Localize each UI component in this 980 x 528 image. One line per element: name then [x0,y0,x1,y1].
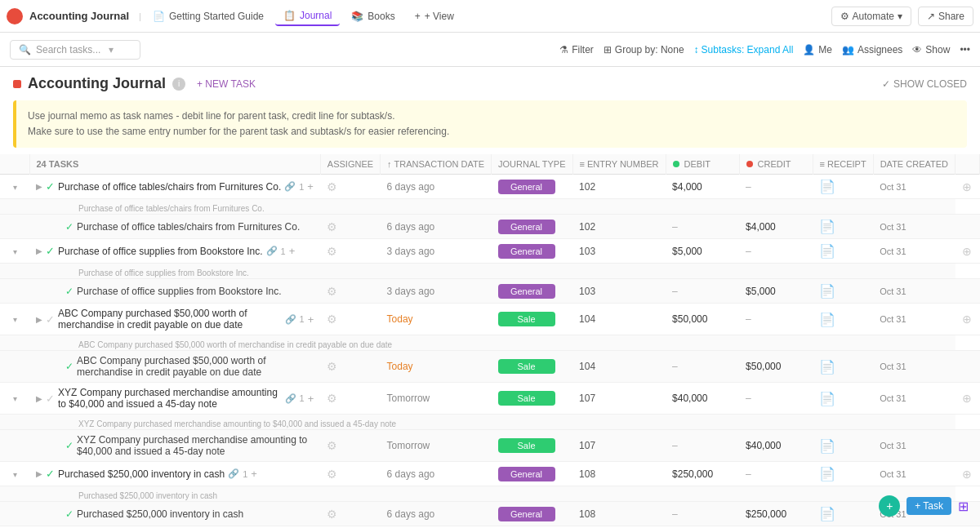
th-receipt[interactable]: ≡ RECEIPT [813,154,873,175]
subtask-check-icon[interactable]: ✓ [65,361,74,372]
grid-view-button[interactable]: ⊞ [958,499,969,514]
check-icon[interactable]: ✓ [46,180,55,193]
search-box[interactable]: 🔍 Search tasks... ▾ [10,40,140,60]
add-subtask-button[interactable]: + [308,313,314,326]
receipt-cell[interactable]: 📄 [813,383,873,415]
gear-icon[interactable]: ⚙ [327,439,337,452]
chevron-down-icon[interactable]: ▾ [13,315,17,324]
subtasks-expand-button[interactable]: ↕ Subtasks: Expand All [694,44,794,55]
row-add-icon[interactable]: ⊕ [962,468,972,481]
info-icon[interactable]: i [172,78,185,91]
show-closed-button[interactable]: ✓ SHOW CLOSED [882,78,967,90]
th-entry[interactable]: ≡ ENTRY NUMBER [572,154,666,175]
journal-cell[interactable]: Sale [492,351,573,383]
journal-cell[interactable]: General [492,502,573,526]
chevron-down-icon[interactable]: ▾ [13,394,17,403]
subtask-check-icon[interactable]: ✓ [65,508,74,520]
receipt-cell[interactable]: 📄 [813,430,873,462]
journal-cell[interactable]: General [492,215,573,239]
gear-icon[interactable]: ⚙ [327,313,337,326]
expand-cell[interactable]: ▾ [0,175,29,199]
th-created[interactable]: DATE CREATED [873,154,955,175]
share-button[interactable]: ↗ Share [918,7,973,26]
receipt-cell[interactable]: 📄 [813,175,873,199]
th-debit[interactable]: DEBIT [666,154,739,175]
tab-journal[interactable]: 📋 Journal [275,7,340,26]
receipt-cell[interactable]: 📄 [813,304,873,335]
subtask-label-cell: XYZ Company purchased merchandise amount… [29,415,956,430]
gear-icon[interactable]: ⚙ [327,360,337,373]
th-credit[interactable]: CREDIT [739,154,813,175]
expand-icon[interactable]: ▶ [36,246,42,255]
show-button[interactable]: 👁 Show [912,44,950,55]
filter-button[interactable]: ⚗ Filter [559,44,594,55]
journal-cell[interactable]: General [492,175,573,199]
row-add-icon[interactable]: ⊕ [962,392,972,405]
add-subtask-button[interactable]: + [308,393,314,405]
receipt-cell[interactable]: 📄 [813,502,873,526]
row-add-icon[interactable]: ⊕ [962,313,972,326]
journal-cell[interactable]: Sale [492,304,573,335]
subtask-check-icon[interactable]: ✓ [65,440,74,451]
expand-cell[interactable]: ▾ [0,304,29,335]
receipt-cell[interactable]: 📄 [813,279,873,304]
add-subtask-button[interactable]: + [307,180,314,193]
receipt-cell[interactable]: 📄 [813,462,873,486]
expand-icon[interactable]: ▶ [36,469,42,478]
chevron-down-icon[interactable]: ▾ [13,247,17,256]
row-add-icon[interactable]: ⊕ [962,245,972,258]
gear-icon[interactable]: ⚙ [327,468,337,481]
gear-icon[interactable]: ⚙ [327,180,337,193]
table-header: 24 TASKS ASSIGNEE ↑ TRANSACTION DATE JOU… [0,154,980,175]
journal-cell[interactable]: General [492,239,573,264]
add-view-btn[interactable]: + + View [407,7,462,25]
expand-cell[interactable]: ▾ [0,462,29,486]
check-icon[interactable]: ✓ [46,313,55,326]
receipt-cell[interactable]: 📄 [813,239,873,264]
journal-cell[interactable]: Sale [492,383,573,415]
check-icon[interactable]: ✓ [46,393,55,405]
new-task-button[interactable]: + NEW TASK [192,77,261,91]
th-date[interactable]: ↑ TRANSACTION DATE [381,154,492,175]
gear-icon[interactable]: ⚙ [327,392,337,405]
gear-icon[interactable]: ⚙ [327,245,337,258]
add-subtask-button[interactable]: + [289,245,296,257]
th-assignee[interactable]: ASSIGNEE [320,154,380,175]
group-by-button[interactable]: ⊞ Group by: None [604,44,684,55]
subtask-check-icon[interactable]: ✓ [65,221,74,233]
th-task[interactable]: 24 TASKS [29,154,320,175]
chevron-down-icon[interactable]: ▾ [13,470,17,479]
receipt-cell[interactable]: 📄 [813,351,873,383]
add-circle-button[interactable]: + [879,495,900,517]
journal-cell[interactable]: General [492,279,573,304]
check-icon[interactable]: ✓ [46,468,55,480]
gear-icon[interactable]: ⚙ [327,508,337,521]
expand-cell[interactable]: ▾ [0,383,29,415]
created-date: Oct 31 [880,182,906,192]
check-icon[interactable]: ✓ [46,245,55,257]
me-button[interactable]: 👤 Me [803,44,832,55]
more-options-button[interactable]: ••• [960,44,970,55]
info-banner: Use journal memo as task names - debit l… [13,100,967,148]
table-row: Purchased $250,000 inventory in cash [0,486,980,502]
tab-getting-started[interactable]: 📄 Getting Started Guide [145,7,272,25]
add-subtask-button[interactable]: + [251,468,257,480]
expand-icon[interactable]: ▶ [36,394,42,403]
expand-icon[interactable]: ▶ [36,315,42,324]
journal-cell[interactable]: Sale [492,430,573,462]
task-name: ABC Company purchased $50,000 worth of m… [58,308,282,331]
automate-button[interactable]: ⚙ Automate ▾ [831,7,911,26]
row-add-icon[interactable]: ⊕ [962,180,972,193]
expand-cell[interactable]: ▾ [0,239,29,264]
gear-icon[interactable]: ⚙ [327,220,337,233]
assignees-button[interactable]: 👥 Assignees [842,44,902,55]
add-task-button[interactable]: + Task [906,497,951,515]
gear-icon[interactable]: ⚙ [327,285,337,298]
subtask-check-icon[interactable]: ✓ [65,286,74,297]
th-journal[interactable]: JOURNAL TYPE [492,154,573,175]
chevron-down-icon[interactable]: ▾ [13,183,17,192]
tab-books[interactable]: 📚 Books [343,7,403,25]
journal-cell[interactable]: General [492,462,573,486]
expand-icon[interactable]: ▶ [36,182,42,191]
receipt-cell[interactable]: 📄 [813,215,873,239]
